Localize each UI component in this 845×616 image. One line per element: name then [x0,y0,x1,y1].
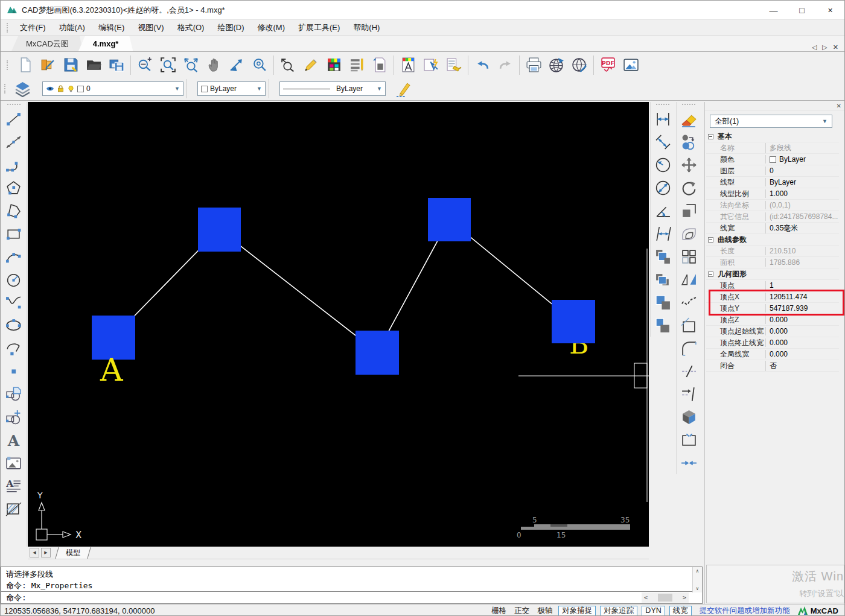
zoom-center-icon[interactable] [248,54,271,77]
draw-polygon-icon[interactable] [2,176,25,199]
property-row[interactable]: 长度210.510 [706,246,839,257]
property-value[interactable]: 0 [765,167,839,175]
status-toggle-栅格[interactable]: 栅格 [489,606,508,616]
collapse-icon[interactable] [708,271,713,277]
maximize-button[interactable]: □ [788,1,816,19]
scroll-up-icon[interactable]: ∧ [696,568,699,574]
property-value[interactable]: (id:2417857698784... [765,212,839,221]
status-toggle-极轴[interactable]: 极轴 [535,606,554,616]
create-block-icon[interactable] [2,405,25,428]
property-row[interactable]: 顶点起始线宽0.000 [706,326,839,337]
status-toggle-对象捕捉[interactable]: 对象捕捉 [558,606,596,616]
property-row[interactable]: 线宽0.35毫米 [706,223,839,234]
undo-icon[interactable] [471,54,494,77]
linetype-select[interactable]: ByLayer ▼ [279,81,386,96]
save-icon[interactable] [59,54,82,77]
explode-icon[interactable] [677,405,700,428]
linetype-manager-icon[interactable] [345,54,368,77]
offset-icon[interactable] [677,222,700,245]
close-icon[interactable]: ✕ [837,103,841,109]
property-value[interactable]: 0.000 [765,338,839,347]
sketch-icon[interactable] [299,54,322,77]
document-tab[interactable]: MxCAD云图 [11,36,83,51]
dim-linear-icon[interactable] [651,107,674,130]
status-toggle-对象追踪[interactable]: 对象追踪 [600,606,637,616]
drawing-canvas[interactable]: BA535015YX [28,102,649,547]
menu-item[interactable]: 绘图(D) [211,22,250,33]
web-publish-icon[interactable] [545,54,568,77]
feedback-link[interactable]: 提交软件问题或增加新功能 [700,606,790,616]
quick-select-icon[interactable] [419,54,442,77]
property-row[interactable]: 面积1785.886 [706,257,839,268]
layout-prev-icon[interactable]: ◀ [30,548,39,557]
format-brush-icon[interactable] [442,54,465,77]
draw-spline-icon[interactable] [2,291,25,314]
collapse-icon[interactable] [708,134,713,139]
command-prompt[interactable]: 命令: [1,591,702,603]
property-value[interactable]: 210.510 [765,247,839,255]
open-drawing-icon[interactable] [36,54,59,77]
draw-mtext-icon[interactable]: A [2,474,25,497]
dim-radius-icon[interactable] [651,153,674,176]
paste-as-block-icon[interactable] [651,314,674,337]
zoom-previous-icon[interactable] [276,54,299,77]
property-value[interactable]: 1785.886 [765,258,839,267]
property-row[interactable]: 线型ByLayer [706,177,839,188]
property-section[interactable]: 基本 [706,131,839,142]
new-file-icon[interactable] [13,54,36,77]
join-icon[interactable] [677,451,700,474]
property-row[interactable]: 全局线宽0.000 [706,349,839,360]
color-palette-icon[interactable] [322,54,345,77]
close-button[interactable]: × [816,1,844,19]
scrollbar-thumb[interactable] [658,594,672,602]
menu-item[interactable]: 扩展工具(E) [292,22,346,33]
draw-xline-icon[interactable] [2,130,25,153]
selection-filter-select[interactable]: 全部(1) ▼ [710,115,832,128]
status-toggle-DYN[interactable]: DYN [642,606,665,616]
collapse-icon[interactable] [708,237,713,243]
insert-block-icon[interactable] [2,383,25,405]
property-value[interactable]: 0.000 [765,350,839,358]
command-window[interactable]: 请选择多段线 命令: Mx_Properties 命令: ∧ ∨ < > [1,567,703,604]
color-select[interactable]: ByLayer ▼ [197,81,266,96]
property-value[interactable]: 否 [765,361,839,371]
dim-distance-icon[interactable] [651,222,674,245]
draw-rectangle-icon[interactable] [2,222,25,245]
fillet-icon[interactable] [677,337,700,360]
layer-manager-icon[interactable] [397,54,419,77]
draw-circle-icon[interactable] [2,268,25,291]
menu-item[interactable]: 帮助(H) [346,22,386,33]
menu-item[interactable]: 视图(V) [131,22,170,33]
property-value[interactable]: 多段线 [765,143,839,153]
layout-next-icon[interactable]: ▶ [41,548,51,557]
property-value[interactable]: 0.000 [765,327,839,335]
property-value[interactable]: ByLayer [765,178,839,186]
property-row[interactable]: 顶点X120511.474 [706,291,839,303]
property-row[interactable]: 顶点Z0.000 [706,314,839,326]
draw-polyline-icon[interactable] [2,153,25,176]
command-hscrollbar[interactable]: < > [642,592,689,603]
dim-angular-icon[interactable] [651,199,674,222]
draw-ellipse-icon[interactable] [2,314,25,337]
property-value[interactable]: 1.000 [765,189,839,198]
property-row[interactable]: 法向坐标(0,0,1) [706,200,839,211]
property-section[interactable]: 曲线参数 [706,234,839,246]
property-value[interactable]: 1 [765,281,839,290]
erase-icon[interactable] [677,107,700,130]
dim-diameter-icon[interactable] [651,176,674,199]
property-row[interactable]: 其它信息(id:2417857698784... [706,211,839,223]
array-icon[interactable] [677,245,700,268]
property-row[interactable]: 名称多段线 [706,142,839,154]
layer-select[interactable]: 0 ▼ [42,81,183,96]
menu-item[interactable]: 功能(A) [53,22,92,33]
menu-item[interactable]: 修改(M) [250,22,292,33]
open-folder-icon[interactable] [82,54,105,77]
tab-scroll-right-icon[interactable]: ▷ [822,43,827,51]
zoom-window-icon[interactable] [156,54,179,77]
status-toggle-正交[interactable]: 正交 [512,606,531,616]
properties-pencil-icon[interactable] [392,77,415,100]
mirror-icon[interactable] [677,268,700,291]
spline-fit-icon[interactable] [677,291,700,314]
draw-closed-polyline-icon[interactable] [2,199,25,222]
menu-item[interactable]: 文件(F) [13,22,53,33]
